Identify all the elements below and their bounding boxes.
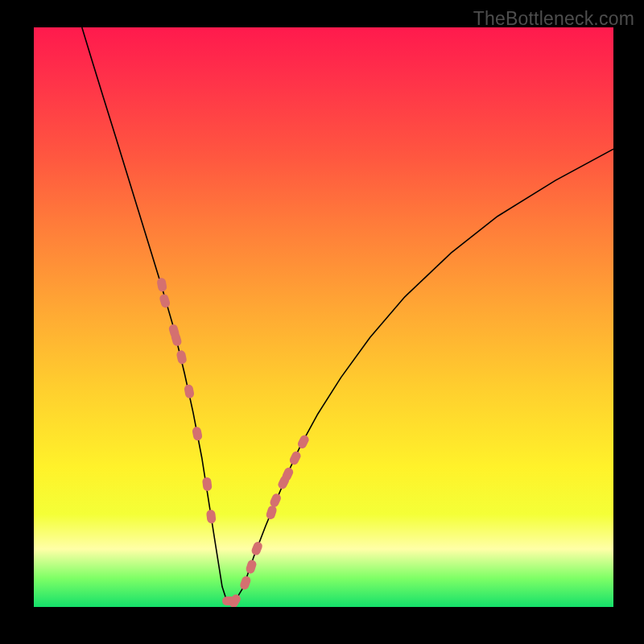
- marker-pill: [175, 349, 187, 365]
- marker-pill: [184, 384, 195, 399]
- marker-pill: [265, 505, 278, 521]
- chart-frame: TheBottleneck.com: [0, 0, 644, 644]
- marker-pill: [288, 450, 302, 466]
- marker-pill: [206, 510, 217, 524]
- markers-right: [222, 434, 310, 607]
- marker-pill: [269, 492, 283, 508]
- watermark-text: TheBottleneck.com: [473, 8, 634, 30]
- marker-pill: [192, 426, 203, 441]
- bottleneck-curve: [82, 27, 613, 601]
- marker-pill: [296, 434, 310, 450]
- marker-pill: [159, 293, 171, 308]
- marker-pill: [156, 277, 167, 292]
- marker-pill: [245, 559, 258, 575]
- marker-pill: [239, 575, 252, 591]
- plot-area: [34, 27, 613, 607]
- markers-left: [156, 277, 217, 523]
- marker-pill: [202, 477, 213, 491]
- marker-pill: [250, 540, 264, 556]
- curve-svg: [34, 27, 613, 607]
